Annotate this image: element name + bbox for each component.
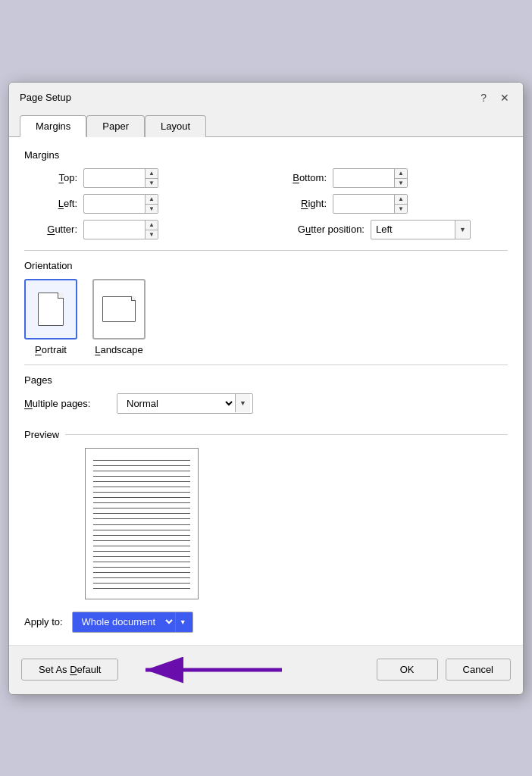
- preview-label: Preview: [24, 429, 59, 440]
- tab-margins-label: Margins: [36, 120, 70, 132]
- gutter-spinner: 0 cm ▲ ▼: [83, 220, 158, 239]
- pages-section: Pages Multiple pages: Normal Mirror marg…: [24, 374, 508, 414]
- set-default-button[interactable]: Set As Default: [21, 659, 118, 681]
- preview-line-10: [93, 505, 190, 508]
- apply-to-chevron-icon: ▼: [175, 612, 190, 632]
- preview-line-25: [93, 586, 190, 589]
- left-decrement-btn[interactable]: ▼: [146, 204, 158, 213]
- top-field-row: Top: 2.54 cm ▲ ▼: [24, 168, 258, 188]
- preview-line-24: [93, 580, 190, 584]
- right-decrement-btn[interactable]: ▼: [395, 204, 407, 213]
- left-increment-btn[interactable]: ▲: [146, 195, 158, 204]
- preview-line-11: [93, 511, 190, 514]
- content-area: Margins Top: 2.54 cm ▲ ▼ Bottom: 2.54 cm: [9, 137, 523, 645]
- portrait-page-corner: [58, 293, 64, 299]
- top-spinner: 2.54 cm ▲ ▼: [83, 168, 158, 188]
- preview-section: Preview: [24, 429, 508, 599]
- apply-to-select[interactable]: Whole document This section This point f…: [73, 612, 175, 631]
- bottom-decrement-btn[interactable]: ▼: [395, 178, 407, 187]
- preview-line-4: [93, 474, 190, 477]
- right-input[interactable]: 2.54 cm: [333, 196, 394, 211]
- top-label: Top:: [24, 172, 77, 183]
- gutter-position-row: Gutter position: Left Top ▼: [274, 220, 508, 239]
- portrait-label: Portrait: [35, 344, 67, 355]
- margins-section-label: Margins: [24, 149, 508, 161]
- footer-right: OK Cancel: [377, 659, 511, 681]
- bottom-spinner: 2.54 cm ▲ ▼: [333, 168, 408, 188]
- help-button[interactable]: ?: [477, 90, 490, 105]
- gutter-input[interactable]: 0 cm: [84, 221, 145, 237]
- tab-bar: Margins Paper Layout: [9, 108, 523, 137]
- gutter-label: Gutter:: [24, 224, 77, 235]
- preview-line-2: [93, 463, 190, 466]
- apply-to-row: Apply to: Whole document This section Th…: [24, 612, 508, 633]
- left-spinner-buttons: ▲ ▼: [145, 195, 158, 213]
- preview-divider-line: [65, 434, 508, 435]
- multiple-pages-select[interactable]: Normal Mirror margins 2 pages per sheet …: [117, 394, 235, 413]
- gutter-spinner-buttons: ▲ ▼: [145, 221, 158, 239]
- preview-line-14: [93, 527, 190, 530]
- title-bar-left: Page Setup: [20, 92, 71, 103]
- tab-margins[interactable]: Margins: [20, 115, 86, 137]
- portrait-option[interactable]: Portrait: [24, 279, 77, 355]
- preview-line-8: [93, 495, 190, 498]
- apply-to-select-wrap: Whole document This section This point f…: [72, 612, 193, 633]
- preview-line-1: [93, 458, 190, 461]
- close-button[interactable]: ✕: [497, 90, 512, 105]
- preview-box: [85, 448, 199, 599]
- orientation-label: Orientation: [24, 260, 508, 271]
- gutter-pos-chevron-icon: ▼: [455, 221, 470, 239]
- top-increment-btn[interactable]: ▲: [146, 169, 158, 178]
- multiple-pages-select-wrap: Normal Mirror margins 2 pages per sheet …: [117, 393, 253, 414]
- landscape-page-corner: [131, 296, 136, 301]
- gutter-pos-select-wrap: Left Top ▼: [371, 220, 471, 239]
- top-spinner-buttons: ▲ ▼: [145, 169, 158, 187]
- dialog-footer: Set As Default OK Cancel: [9, 645, 523, 694]
- preview-line-17: [93, 543, 190, 546]
- bottom-label: Bottom:: [274, 172, 327, 183]
- landscape-option[interactable]: Landscape: [92, 279, 146, 355]
- tab-layout[interactable]: Layout: [145, 115, 206, 137]
- preview-line-7: [93, 490, 190, 493]
- set-default-label: Set As Default: [39, 664, 101, 675]
- title-bar: Page Setup ? ✕: [9, 83, 523, 105]
- preview-line-6: [93, 484, 190, 487]
- gutter-pos-label: Gutter position:: [274, 224, 365, 235]
- top-input[interactable]: 2.54 cm: [84, 170, 145, 186]
- orientation-options: Portrait Landscape: [24, 279, 508, 355]
- right-label: Right:: [274, 198, 327, 209]
- bottom-increment-btn[interactable]: ▲: [395, 169, 407, 178]
- apply-to-label: Apply to:: [24, 616, 63, 627]
- multiple-pages-label: Multiple pages:: [24, 398, 108, 409]
- right-increment-btn[interactable]: ▲: [395, 195, 407, 204]
- preview-line-5: [93, 479, 190, 482]
- portrait-page-shape: [38, 293, 64, 326]
- bottom-input[interactable]: 2.54 cm: [333, 170, 394, 186]
- preview-line-3: [93, 468, 190, 471]
- left-input[interactable]: 2.54 cm: [84, 196, 145, 211]
- gutter-increment-btn[interactable]: ▲: [146, 221, 158, 230]
- landscape-icon-box: [92, 279, 146, 340]
- divider-1: [24, 250, 508, 251]
- right-spinner-buttons: ▲ ▼: [394, 195, 407, 213]
- preview-line-16: [93, 538, 190, 541]
- top-decrement-btn[interactable]: ▼: [146, 178, 158, 187]
- ok-button[interactable]: OK: [377, 659, 438, 681]
- page-setup-dialog: Page Setup ? ✕ Margins Paper Layout Marg…: [8, 82, 524, 695]
- preview-label-row: Preview: [24, 429, 508, 440]
- preview-line-20: [93, 559, 190, 562]
- preview-line-12: [93, 516, 190, 519]
- tab-layout-label: Layout: [161, 120, 190, 132]
- pages-section-label: Pages: [24, 374, 508, 386]
- left-spinner: 2.54 cm ▲ ▼: [83, 194, 158, 214]
- arrow-annotation: [138, 655, 289, 685]
- preview-line-19: [93, 554, 190, 557]
- preview-line-21: [93, 565, 190, 568]
- cancel-button[interactable]: Cancel: [446, 659, 511, 681]
- preview-line-23: [93, 575, 190, 578]
- margins-grid: Top: 2.54 cm ▲ ▼ Bottom: 2.54 cm ▲ ▼: [24, 168, 508, 239]
- gutter-decrement-btn[interactable]: ▼: [146, 230, 158, 239]
- landscape-label: Landscape: [95, 344, 143, 355]
- tab-paper[interactable]: Paper: [86, 115, 145, 137]
- gutter-pos-select[interactable]: Left Top: [371, 221, 455, 237]
